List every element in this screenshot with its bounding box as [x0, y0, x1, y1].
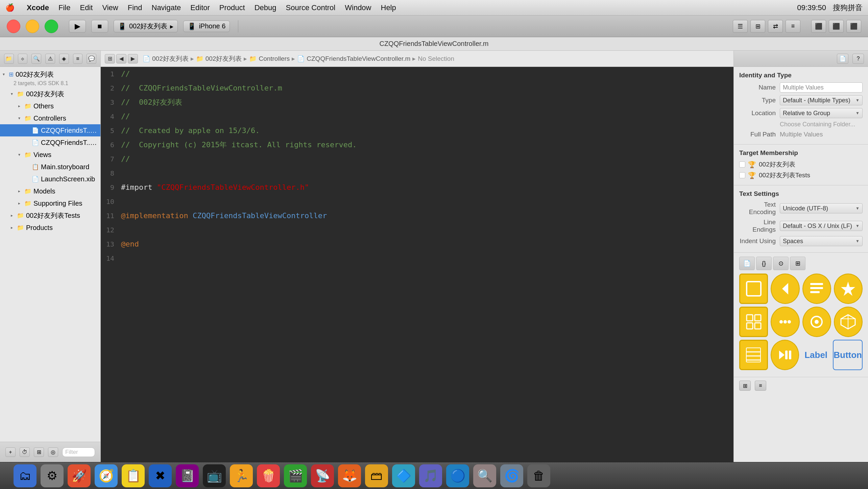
menu-debug[interactable]: Debug [255, 3, 276, 12]
sidebar-item-launchscreen[interactable]: 📄 LaunchScreen.xib [0, 173, 100, 185]
dock-app1[interactable]: 🍿 [257, 464, 280, 487]
stop-button[interactable]: ■ [91, 20, 108, 33]
nav-back-button[interactable]: ◀ [116, 54, 126, 63]
text-encoding-select[interactable]: Unicode (UTF-8) ▼ [780, 203, 863, 213]
nav-structure-button[interactable]: ⊞ [105, 54, 115, 63]
dock-safari[interactable]: 🧭 [95, 464, 118, 487]
camera-icon-cell[interactable] [802, 307, 831, 337]
sidebar-item-file-h[interactable]: 📄 CZQQFriendsT...iewController.h [0, 124, 100, 136]
sidebar-item-main-storyboard[interactable]: 📋 Main.storyboard [0, 161, 100, 173]
help-inspector-button[interactable]: ? [852, 54, 864, 64]
menu-window[interactable]: Window [345, 3, 371, 12]
dock-app2[interactable]: 🎬 [284, 464, 307, 487]
icon-tab-file[interactable]: 📄 [739, 257, 755, 270]
target1-checkbox[interactable] [739, 161, 745, 168]
sidebar-item-others[interactable]: ▸ 📁 Others [0, 100, 100, 112]
structure-button[interactable]: ☰ [733, 20, 748, 33]
sidebar-debug-btn[interactable]: ≡ [73, 54, 83, 64]
dock-xcode[interactable]: ✖ [149, 464, 172, 487]
sidebar-item-main-group[interactable]: ▾ 📁 002好友列表 [0, 88, 100, 100]
panel-left-button[interactable]: ⬛ [811, 20, 826, 33]
dock-trash[interactable]: 🗑 [527, 464, 550, 487]
sidebar-warn-btn[interactable]: ⚠ [45, 54, 55, 64]
menu-source-control[interactable]: Source Control [286, 3, 336, 12]
dock-sketch[interactable]: 🏃 [230, 464, 253, 487]
menu-editor[interactable]: Editor [190, 3, 210, 12]
icon-tab-object[interactable]: ⊙ [773, 257, 789, 270]
menu-file[interactable]: File [58, 3, 70, 12]
dock-stickies[interactable]: 📋 [122, 464, 145, 487]
dock-terminal[interactable]: 📺 [203, 464, 226, 487]
collection-view-icon-cell[interactable] [739, 307, 768, 337]
list-view-button[interactable]: ≡ [755, 381, 766, 391]
indent-using-select[interactable]: Spaces ▼ [780, 236, 863, 246]
dock-app8[interactable]: 🌀 [500, 464, 523, 487]
sidebar-item-file-m[interactable]: 📄 CZQQFriendsT...ewController.m [0, 136, 100, 149]
dock-app6[interactable]: 🎵 [419, 464, 442, 487]
breadcrumb-no-selection[interactable]: No Selection [418, 55, 454, 62]
menu-find[interactable]: Find [128, 3, 142, 12]
menu-edit[interactable]: Edit [80, 3, 93, 12]
name-field[interactable]: Multiple Values [780, 82, 863, 93]
type-select[interactable]: Default - (Multiple Types) ▼ [780, 95, 863, 105]
device-selector[interactable]: 📱 iPhone 6 [183, 21, 230, 32]
maximize-window-button[interactable] [45, 20, 58, 33]
back-button-icon-cell[interactable] [771, 274, 799, 304]
icon-tab-media[interactable]: ⊞ [790, 257, 805, 270]
button-icon-cell[interactable]: Button [833, 340, 863, 370]
close-window-button[interactable] [7, 20, 20, 33]
sidebar-folder-btn[interactable]: 📁 [4, 54, 14, 64]
cube-icon-cell[interactable] [834, 307, 863, 337]
menu-xcode[interactable]: Xcode [27, 3, 49, 12]
dock-finder[interactable]: 🗂 [14, 464, 37, 487]
dock-spotlight[interactable]: 🔍 [473, 464, 496, 487]
menu-navigate[interactable]: Navigate [152, 3, 181, 12]
sidebar-item-supporting[interactable]: ▸ 📁 Supporting Files [0, 197, 100, 209]
star-icon-cell[interactable] [834, 274, 863, 304]
panel-bottom-button[interactable]: ⬛ [829, 20, 844, 33]
dock-rocket[interactable]: 🚀 [68, 464, 91, 487]
sidebar-log-btn[interactable]: 💬 [87, 54, 96, 64]
nav-forward-button[interactable]: ▶ [128, 54, 138, 63]
label-icon-cell[interactable]: Label [802, 340, 830, 370]
icon-tab-code[interactable]: {} [756, 257, 772, 270]
dock-filezilla[interactable]: 🗃 [365, 464, 388, 487]
line-endings-select[interactable]: Default - OS X / Unix (LF) ▼ [780, 221, 863, 231]
file-inspector-button[interactable]: 📄 [837, 54, 848, 64]
versions-button[interactable]: ≡ [786, 20, 800, 33]
sidebar-test-btn[interactable]: ◈ [59, 54, 69, 64]
menu-help[interactable]: Help [381, 3, 396, 12]
run-button[interactable]: ▶ [69, 20, 86, 33]
locate-button[interactable]: ◎ [48, 447, 58, 457]
breadcrumb-filename[interactable]: CZQQFriendsTableViewController.m [307, 55, 410, 62]
sidebar-item-models[interactable]: ▸ 📁 Models [0, 185, 100, 197]
hierarchy-button[interactable]: ⊞ [34, 447, 44, 457]
panel-right-button[interactable]: ⬛ [846, 20, 861, 33]
filter-input[interactable]: Filter [62, 447, 95, 457]
play-pause-icon-cell[interactable] [771, 340, 799, 370]
view-icon-cell[interactable] [739, 274, 768, 304]
dock-app7[interactable]: 🔵 [446, 464, 469, 487]
choose-containing-folder-link[interactable]: Choose Containing Folder... [780, 121, 855, 128]
sidebar-search-btn[interactable]: 🔍 [31, 54, 41, 64]
more-icon-cell[interactable] [771, 307, 799, 337]
location-select[interactable]: Relative to Group ▼ [780, 108, 863, 118]
sidebar-item-controllers[interactable]: ▾ 📁 Controllers [0, 112, 100, 124]
dock-system-prefs[interactable]: ⚙ [41, 464, 64, 487]
code-editor[interactable]: 1 // 2 // CZQQFriendsTableViewController… [101, 67, 733, 462]
editor-toggle-button[interactable]: ⊞ [750, 20, 765, 33]
dock-app4[interactable]: 🦊 [338, 464, 361, 487]
breadcrumb-group[interactable]: 002好友列表 [206, 54, 242, 63]
recent-files-button[interactable]: ⏱ [20, 447, 30, 457]
dock-onenote[interactable]: 📓 [176, 464, 199, 487]
sidebar-item-tests[interactable]: ▸ 📁 002好友列表Tests [0, 209, 100, 222]
text-view-icon-cell[interactable] [802, 274, 831, 304]
dock-app5[interactable]: 🔷 [392, 464, 415, 487]
breadcrumb-controllers[interactable]: Controllers [259, 55, 290, 62]
sidebar-item-views[interactable]: ▾ 📁 Views [0, 149, 100, 161]
sidebar-vcm-btn[interactable]: ⟐ [18, 54, 28, 64]
apple-menu[interactable]: 🍎 [5, 3, 15, 12]
minimize-window-button[interactable] [26, 20, 39, 33]
menu-view[interactable]: View [102, 3, 118, 12]
breadcrumb-project[interactable]: 002好友列表 [152, 54, 189, 63]
